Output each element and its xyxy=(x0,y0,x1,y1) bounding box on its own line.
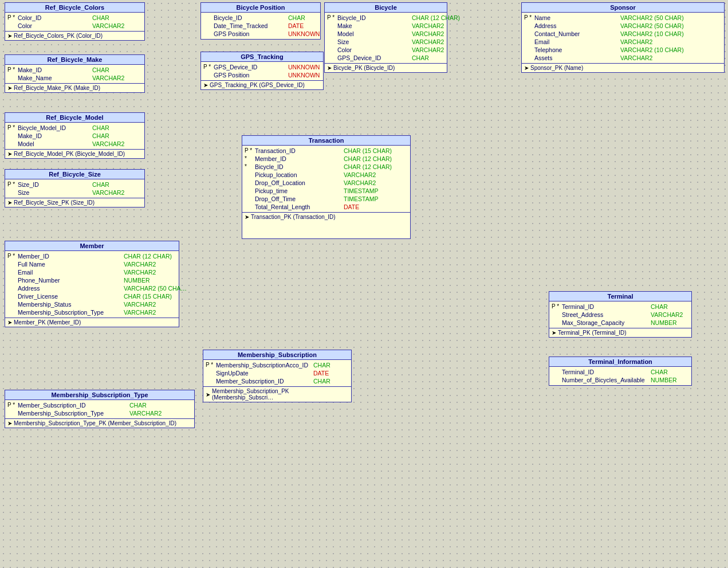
entity-terminal-title: Terminal xyxy=(549,292,691,301)
entity-sponsor-title: Sponsor xyxy=(522,3,724,13)
entity-bicycle: Bicycle P *Bicycle_IDCHAR (12 CHAR) Make… xyxy=(324,2,447,73)
entity-ref-bicycle-colors-title: Ref_Bicycle_Colors xyxy=(5,3,144,13)
entity-gps-tracking-title: GPS_Tracking xyxy=(201,52,323,62)
entity-bicycle-position-title: Bicycle Position xyxy=(201,3,320,13)
entity-ref-bicycle-model-title: Ref_Bicycle_Model xyxy=(5,113,144,123)
entity-bicycle-position: Bicycle Position Bicycle_IDCHAR Date_Tim… xyxy=(200,2,321,40)
entity-bicycle-title: Bicycle xyxy=(325,3,447,13)
entity-membership-subscription-type: Membership_Subscription_Type P *Member_S… xyxy=(5,390,195,428)
entity-membership-subscription: Membership_Subscription P *Membership_Su… xyxy=(203,350,352,402)
entity-member: Member P *Member_IDCHAR (12 CHAR) Full N… xyxy=(5,241,179,327)
entity-member-title: Member xyxy=(5,241,179,251)
entity-transaction-title: Transaction xyxy=(242,136,410,146)
entity-terminal-information: Terminal_Information Terminal_IDCHAR Num… xyxy=(549,357,692,386)
entity-sponsor: Sponsor P *NameVARCHAR2 (50 CHAR) Addres… xyxy=(521,2,725,73)
entity-terminal: Terminal P *Terminal_IDCHAR Street_Addre… xyxy=(549,291,692,338)
entity-transaction: Transaction P *Transaction_IDCHAR (15 CH… xyxy=(242,135,411,239)
entity-ref-bicycle-size: Ref_Bicycle_Size P *Size_IDCHAR SizeVARC… xyxy=(5,169,145,207)
entity-terminal-information-title: Terminal_Information xyxy=(549,357,691,367)
entity-membership-subscription-type-title: Membership_Subscription_Type xyxy=(5,390,194,400)
entity-ref-bicycle-model: Ref_Bicycle_Model P *Bicycle_Model_IDCHA… xyxy=(5,112,145,159)
entity-ref-bicycle-size-title: Ref_Bicycle_Size xyxy=(5,170,144,179)
entity-gps-tracking: GPS_Tracking P *GPS_Device_IDUNKNOWN GPS… xyxy=(200,52,324,90)
entity-ref-bicycle-make-title: Ref_Bicycle_Make xyxy=(5,55,144,65)
diagram-area: Ref_Bicycle_Colors P *Color_IDCHAR Color… xyxy=(0,0,728,436)
entity-ref-bicycle-make: Ref_Bicycle_Make P *Make_IDCHAR Make_Nam… xyxy=(5,54,145,93)
entity-membership-subscription-title: Membership_Subscription xyxy=(203,350,351,360)
entity-ref-bicycle-colors: Ref_Bicycle_Colors P *Color_IDCHAR Color… xyxy=(5,2,145,41)
